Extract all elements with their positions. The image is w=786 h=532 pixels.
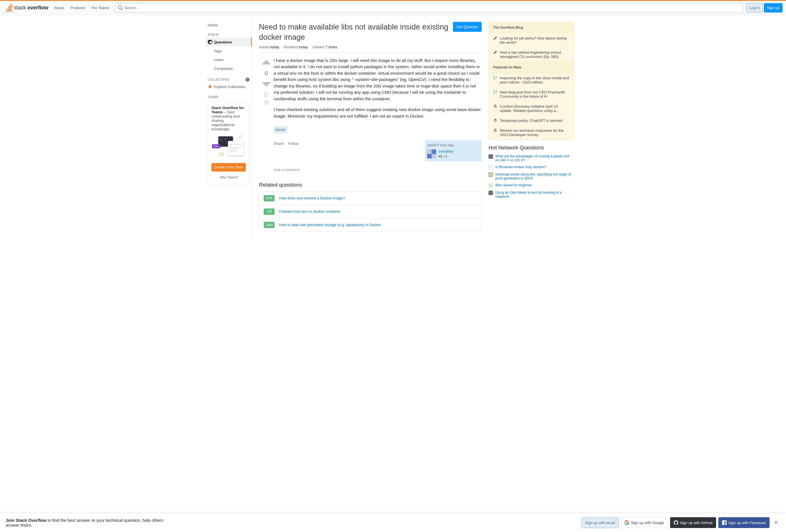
history-icon[interactable]	[264, 100, 269, 105]
right-sidebar: The Overflow Blog Looking for job perks?…	[488, 22, 574, 232]
site-icon	[488, 183, 493, 188]
bulletin-link[interactable]: How a top-ranked engineering school reim…	[500, 50, 569, 59]
hot-item[interactable]: Generate points along line, specifying t…	[488, 172, 574, 180]
follow-link[interactable]: Follow	[288, 142, 299, 146]
related-item[interactable]: 1064 How to deal with persistent storage…	[259, 218, 481, 232]
related-score: 879	[264, 195, 275, 201]
hot-questions-heading: Hot Network Questions	[488, 145, 574, 151]
related-title[interactable]: Forward host port to docker container	[279, 209, 341, 214]
hot-item[interactable]: Is Brownian motion truly random?	[488, 165, 574, 170]
related-item[interactable]: 879 How does one remove a Docker image?	[259, 192, 481, 205]
hot-link[interactable]: Bike Speed for beginner	[495, 183, 532, 187]
bulletin-link[interactable]: Looking for job perks? How about saving …	[500, 36, 569, 45]
bulletin-link[interactable]: New blog post from our CEO Prashanth: Co…	[500, 90, 569, 99]
bookmark-icon[interactable]	[264, 92, 269, 97]
site-icon	[488, 172, 493, 177]
hot-item[interactable]: What are the advantages of running a pow…	[488, 154, 574, 162]
bulletin-item[interactable]: New blog post from our CEO Prashanth: Co…	[489, 87, 574, 101]
bulletin-link[interactable]: Improving the copy in the close modal an…	[500, 76, 569, 84]
asked-label: Asked	[259, 45, 269, 49]
nav-about[interactable]: About	[51, 4, 67, 11]
bronze-badge-count: 5	[445, 154, 447, 159]
bulletin-item[interactable]: Review our technical responses for the 2…	[489, 125, 574, 140]
speech-bubble-icon	[493, 76, 498, 80]
main-content: Need to make available libs not availabl…	[252, 15, 581, 239]
hot-link[interactable]: Generate points along line, specifying t…	[495, 172, 574, 180]
question-meta: Asked today Modified today Viewed 7 time…	[259, 45, 482, 53]
downvote-icon[interactable]	[261, 79, 271, 89]
viewed-value: 7 times	[325, 45, 337, 49]
nav-products[interactable]: Products	[67, 4, 88, 11]
ask-question-button[interactable]: Ask Question	[453, 22, 482, 32]
bulletin-item[interactable]: Content Discovery initiative April 13 up…	[489, 101, 574, 116]
bulletin-link[interactable]: Review our technical responses for the 2…	[500, 128, 569, 137]
user-card: asked 6 mins ago sunnyboy 43 ●5	[425, 140, 482, 161]
stack-icon	[493, 118, 498, 122]
teams-promo-card: Stack Overflow for Teams – Start collabo…	[208, 102, 250, 184]
post-actions: Share Follow	[274, 140, 302, 147]
hot-link[interactable]: What are the advantages of running a pow…	[495, 154, 574, 162]
sidebar-public-label: PUBLIC	[205, 28, 252, 38]
logo-text: stack overflow	[14, 5, 48, 11]
sidebar-tags[interactable]: Tags	[205, 47, 252, 55]
overflow-blog-heading: The Overflow Blog	[489, 22, 574, 33]
hot-link[interactable]: Is Brownian motion truly random?	[495, 165, 546, 169]
related-item[interactable]: 236 Forward host port to docker containe…	[259, 205, 481, 218]
teams-illustration: >_ ? ✓ Free	[211, 135, 246, 160]
asked-time: asked 6 mins ago	[427, 143, 479, 148]
bulletin-item[interactable]: Looking for job perks? How about saving …	[489, 33, 574, 47]
stack-icon	[493, 128, 498, 132]
sidebar-explore-collectives[interactable]: Explore Collectives	[205, 83, 252, 91]
bulletin-item[interactable]: How a top-ranked engineering school reim…	[489, 47, 574, 62]
speech-bubble-icon	[493, 90, 498, 94]
login-button[interactable]: Log in	[746, 3, 762, 13]
left-sidebar: Home PUBLIC Questions Tags Users Compani…	[205, 15, 252, 239]
top-header: stack overflow About Products For Teams …	[0, 1, 786, 15]
pencil-icon	[493, 50, 498, 54]
sidebar-home[interactable]: Home	[205, 22, 252, 28]
info-icon[interactable]: i	[246, 77, 250, 81]
stackoverflow-icon	[6, 4, 13, 12]
bronze-badge-icon: ●	[443, 154, 445, 159]
bulletin-link[interactable]: Temporary policy: ChatGPT is banned	[500, 118, 562, 123]
modified-label: Modified	[284, 45, 298, 49]
user-name-link[interactable]: sunnyboy	[438, 149, 453, 153]
hot-link[interactable]: Using an Ohm Meter to test for bonding o…	[495, 191, 574, 198]
related-title[interactable]: How to deal with persistent storage (e.g…	[279, 223, 381, 227]
sidebar-companies[interactable]: Companies	[205, 64, 252, 73]
free-badge: Free	[212, 144, 220, 148]
related-title[interactable]: How does one remove a Docker image?	[279, 196, 345, 200]
explore-collectives-label: Explore Collectives	[214, 84, 246, 89]
sidebar-users[interactable]: Users	[205, 55, 252, 64]
signup-button[interactable]: Sign up	[764, 3, 783, 13]
hot-item[interactable]: Using an Ohm Meter to test for bonding o…	[488, 191, 574, 198]
question-title: Need to make available libs not availabl…	[259, 22, 448, 43]
site-icon	[488, 154, 493, 159]
create-team-button[interactable]: Create a free Team	[211, 163, 246, 172]
search-icon	[118, 5, 123, 10]
search-input[interactable]	[115, 3, 743, 13]
vote-column: 0	[259, 57, 274, 173]
related-score: 1064	[264, 222, 275, 228]
user-avatar[interactable]	[427, 149, 436, 159]
bulletin-box: The Overflow Blog Looking for job perks?…	[488, 22, 574, 140]
bulletin-item[interactable]: Temporary policy: ChatGPT is banned	[489, 116, 574, 125]
share-link[interactable]: Share	[274, 142, 284, 146]
sidebar-questions[interactable]: Questions	[205, 38, 252, 47]
related-list: 879 How does one remove a Docker image? …	[259, 191, 482, 232]
hot-item[interactable]: Bike Speed for beginner	[488, 183, 574, 188]
viewed-label: Viewed	[312, 45, 324, 49]
bulletin-link[interactable]: Content Discovery initiative April 13 up…	[500, 104, 569, 113]
featured-meta-heading: Featured on Meta	[489, 62, 574, 73]
logo[interactable]: stack overflow	[3, 4, 51, 12]
bulletin-item[interactable]: Improving the copy in the close modal an…	[489, 73, 574, 87]
vote-count: 0	[264, 70, 268, 77]
post-paragraph-1: I have a docker image that is 20G large.…	[274, 57, 482, 102]
why-teams-link[interactable]: Why Teams?	[211, 174, 246, 180]
tag-docker[interactable]: docker	[274, 126, 287, 134]
globe-icon	[208, 40, 212, 44]
related-score: 236	[264, 209, 275, 215]
add-comment-link[interactable]: Add a comment	[274, 167, 482, 173]
upvote-icon[interactable]	[261, 57, 271, 68]
nav-for-teams[interactable]: For Teams	[88, 4, 113, 11]
